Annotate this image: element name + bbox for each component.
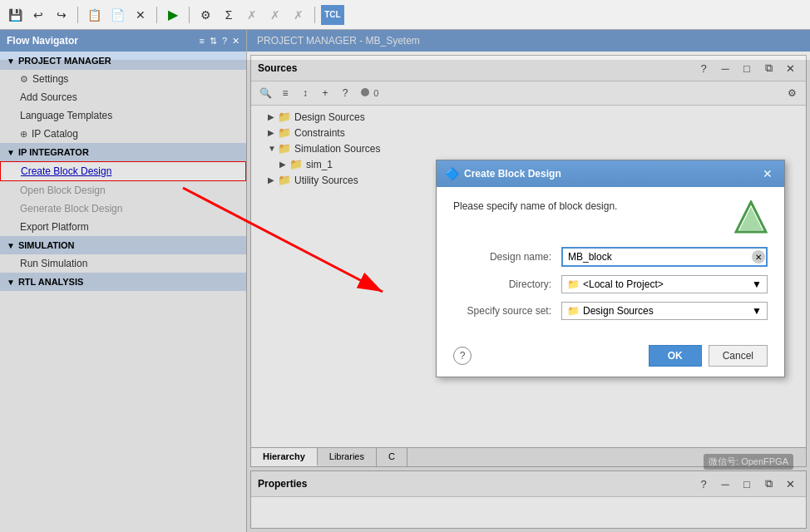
directory-value: <Local to Project> — [583, 278, 664, 290]
source-set-chevron: ▼ — [752, 305, 762, 317]
tcl-button[interactable]: TCL — [321, 5, 344, 25]
fn-up-btn[interactable]: ⇅ — [210, 36, 217, 47]
dialog-actions: OK Cancel — [649, 345, 768, 367]
directory-select[interactable]: 📁 <Local to Project> ▼ — [561, 275, 768, 293]
directory-label: Directory: — [453, 278, 561, 290]
design-name-input[interactable] — [561, 247, 768, 267]
ok-button[interactable]: OK — [649, 345, 702, 367]
design-name-label: Design name: — [453, 251, 561, 263]
toolbar-sep-4 — [314, 7, 315, 23]
fn-title: Flow Navigator — [7, 35, 78, 47]
content-header: PROJECT MANAGER - MB_Syetem — [247, 30, 810, 52]
dialog-footer: ? OK Cancel — [437, 338, 784, 377]
cross3-button[interactable]: ✗ — [289, 5, 309, 25]
modal-overlay: 🔷 Create Block Design ✕ Please specify n… — [0, 60, 810, 532]
toolbar-sep-1 — [77, 7, 78, 23]
source-set-folder-icon: 📁 — [567, 305, 580, 317]
fn-header: Flow Navigator ≡ ⇅ ? ✕ — [0, 30, 246, 52]
content-title: PROJECT MANAGER — [257, 35, 357, 47]
dialog-icon: 🔷 — [445, 167, 459, 180]
paste-button[interactable]: 📄 — [107, 5, 127, 25]
run-button[interactable]: ▶ — [163, 5, 183, 25]
fn-close-btn[interactable]: ✕ — [232, 36, 240, 47]
dialog-title: Create Block Design — [464, 168, 561, 180]
dialog-body: Please specify name of block design. Des… — [437, 187, 784, 338]
fn-menu-btn[interactable]: ≡ — [199, 36, 204, 47]
toolbar-sep-3 — [189, 7, 190, 23]
directory-chevron: ▼ — [752, 278, 762, 290]
directory-control: 📁 <Local to Project> ▼ — [561, 275, 768, 293]
redo-button[interactable]: ↪ — [52, 5, 72, 25]
watermark: 微信号: OpenFPGA — [704, 454, 793, 470]
toolbar-sep-2 — [156, 7, 157, 23]
dialog-description: Please specify name of block design. — [453, 200, 768, 234]
dialog-close-btn[interactable]: ✕ — [759, 165, 776, 182]
source-set-control: 📁 Design Sources ▼ — [561, 302, 768, 320]
design-name-row: Design name: ✕ — [453, 247, 768, 267]
fn-header-icons: ≡ ⇅ ? ✕ — [199, 36, 240, 47]
toolbar: 💾 ↩ ↪ 📋 📄 ✕ ▶ ⚙ Σ ✗ ✗ ✗ TCL — [0, 0, 810, 30]
dialog-title-left: 🔷 Create Block Design — [445, 167, 561, 180]
source-set-select[interactable]: 📁 Design Sources ▼ — [561, 302, 768, 320]
source-set-row: Specify source set: 📁 Design Sources ▼ — [453, 302, 768, 320]
dialog-desc-text: Please specify name of block design. — [453, 200, 617, 212]
dialog-header: 🔷 Create Block Design ✕ — [437, 160, 784, 187]
cross1-button[interactable]: ✗ — [242, 5, 262, 25]
delete-button[interactable]: ✕ — [131, 5, 151, 25]
directory-row: Directory: 📁 <Local to Project> ▼ — [453, 275, 768, 293]
cancel-button[interactable]: Cancel — [709, 345, 768, 367]
settings-button[interactable]: ⚙ — [195, 5, 215, 25]
source-set-value: Design Sources — [583, 305, 654, 317]
design-name-input-wrapper: ✕ — [561, 247, 768, 267]
directory-folder-icon: 📁 — [567, 278, 580, 290]
copy-button[interactable]: 📋 — [84, 5, 104, 25]
create-block-dialog: 🔷 Create Block Design ✕ Please specify n… — [436, 160, 785, 377]
save-button[interactable]: 💾 — [5, 5, 25, 25]
cross2-button[interactable]: ✗ — [265, 5, 285, 25]
source-set-label: Specify source set: — [453, 305, 561, 317]
undo-button[interactable]: ↩ — [28, 5, 48, 25]
vivado-logo — [734, 200, 768, 234]
sigma-button[interactable]: Σ — [219, 5, 239, 25]
content-subtitle: - MB_Syetem — [357, 35, 420, 47]
fn-help-btn[interactable]: ? — [222, 36, 227, 47]
dialog-help-btn[interactable]: ? — [453, 347, 472, 365]
design-name-clear-btn[interactable]: ✕ — [752, 250, 765, 264]
design-name-control: ✕ — [561, 247, 768, 267]
